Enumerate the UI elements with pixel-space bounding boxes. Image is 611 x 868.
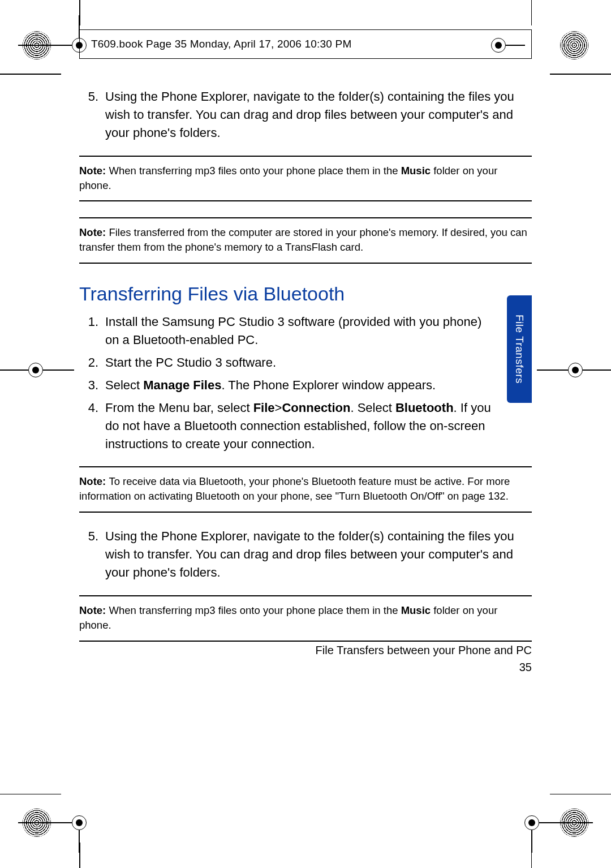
step-text: Using the Phone Explorer, navigate to th… <box>105 527 532 582</box>
step-text: Select Manage Files. The Phone Explorer … <box>105 376 498 394</box>
step-item: 3. Select Manage Files. The Phone Explor… <box>79 376 532 394</box>
step-fragment: . The Phone Explorer window appears. <box>221 378 436 392</box>
note-text: Files transferred from the computer are … <box>79 226 527 253</box>
step-number: 5. <box>79 527 105 582</box>
step-text: Install the Samsung PC Studio 3 software… <box>105 313 498 349</box>
crosshair-icon <box>72 815 87 830</box>
step-item: 1. Install the Samsung PC Studio 3 softw… <box>79 313 532 349</box>
note: Note: When transferring mp3 files onto y… <box>79 603 532 633</box>
note: Note: Files transferred from the compute… <box>79 225 532 255</box>
step-fragment: . Select <box>350 401 395 415</box>
step-bold: Manage Files <box>143 378 221 392</box>
step-fragment: > <box>275 401 282 415</box>
page-number: 35 <box>316 659 532 676</box>
note: Note: To receive data via Bluetooth, you… <box>79 474 532 504</box>
divider <box>79 156 532 157</box>
registration-mark-icon <box>560 31 588 59</box>
note-bold: Music <box>401 604 431 616</box>
crosshair-icon <box>524 815 539 830</box>
step-number: 3. <box>79 376 105 394</box>
divider <box>79 595 532 596</box>
crop-mark <box>0 794 61 795</box>
crosshair-icon <box>568 363 583 377</box>
crop-mark <box>0 74 61 75</box>
crop-mark <box>550 794 611 795</box>
step-text: Start the PC Studio 3 software. <box>105 354 532 372</box>
step-item: 2. Start the PC Studio 3 software. <box>79 354 532 372</box>
note-text: To receive data via Bluetooth, your phon… <box>79 475 510 502</box>
step-number: 1. <box>79 313 105 349</box>
note-text: When transferring mp3 files onto your ph… <box>109 165 401 177</box>
divider <box>79 512 532 513</box>
note-prefix: Note: <box>79 604 109 616</box>
step-number: 5. <box>79 88 105 142</box>
divider <box>79 466 532 467</box>
page: T609.book Page 35 Monday, April 17, 2006… <box>0 0 611 868</box>
crosshair-icon <box>28 363 43 377</box>
note: Note: When transferring mp3 files onto y… <box>79 164 532 193</box>
note-prefix: Note: <box>79 165 109 177</box>
step-text: Using the Phone Explorer, navigate to th… <box>105 88 532 142</box>
note-prefix: Note: <box>79 226 109 238</box>
step-item: 5. Using the Phone Explorer, navigate to… <box>79 88 532 142</box>
header-text: T609.book Page 35 Monday, April 17, 2006… <box>91 38 351 50</box>
footer: File Transfers between your Phone and PC… <box>316 642 532 676</box>
divider <box>79 217 532 218</box>
crop-mark <box>531 0 532 25</box>
step-bold: Connection <box>282 401 350 415</box>
step-fragment: From the Menu bar, select <box>105 401 253 415</box>
header-box: T609.book Page 35 Monday, April 17, 2006… <box>79 29 532 59</box>
step-item: 5. Using the Phone Explorer, navigate to… <box>79 527 532 582</box>
step-number: 2. <box>79 354 105 372</box>
step-bold: Bluetooth <box>395 401 454 415</box>
step-bold: File <box>253 401 275 415</box>
section-title: Transferring Files via Bluetooth <box>79 283 532 305</box>
step-text: From the Menu bar, select File>Connectio… <box>105 399 498 453</box>
step-fragment: Select <box>105 378 143 392</box>
step-number: 4. <box>79 399 105 453</box>
content: 5. Using the Phone Explorer, navigate to… <box>79 88 532 648</box>
step-item: 4. From the Menu bar, select File>Connec… <box>79 399 532 453</box>
crop-mark <box>550 74 611 75</box>
divider <box>79 200 532 201</box>
note-prefix: Note: <box>79 475 109 487</box>
note-text: When transferring mp3 files onto your ph… <box>109 604 401 616</box>
divider <box>79 263 532 264</box>
note-bold: Music <box>401 165 431 177</box>
footer-title: File Transfers between your Phone and PC <box>316 642 532 659</box>
